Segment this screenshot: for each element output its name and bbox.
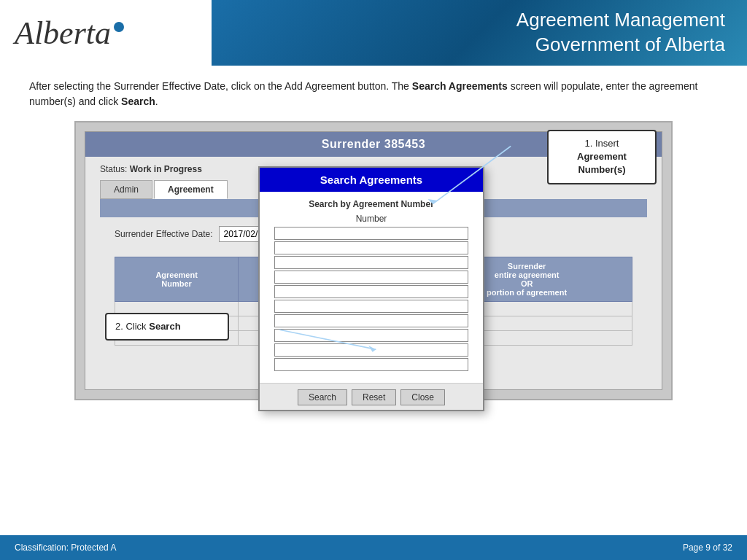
intro-bold2: Search	[121, 96, 155, 107]
form-label-date: Surrender Effective Date:	[115, 229, 213, 239]
status-label: Status:	[100, 164, 127, 174]
footer-classification: Classification: Protected A	[15, 542, 116, 553]
intro-bold1: Search Agreements	[412, 80, 508, 92]
modal-buttons: Search Reset Close	[260, 383, 483, 410]
modal-reset-button[interactable]: Reset	[352, 389, 396, 405]
modal-body: Search by Agreement Number Number	[260, 192, 483, 383]
intro-text-end: .	[155, 96, 158, 107]
tab-agreement[interactable]: Agreement	[154, 180, 228, 199]
status-text: Status: Work in Progress	[100, 164, 202, 174]
col-header-agreement-number: AgreementNumber	[115, 257, 239, 302]
modal-search-button[interactable]: Search	[298, 389, 347, 405]
header-logo: Alberta	[0, 0, 212, 66]
screenshot-area: Surrender 385453 Status: Work in Progres…	[74, 121, 673, 400]
search-agreements-modal: Search Agreements Search by Agreement Nu…	[258, 166, 484, 411]
modal-number-label: Number	[274, 214, 468, 224]
number-input-6[interactable]	[274, 300, 468, 313]
header-title: Agreement Management Government of Alber…	[516, 8, 725, 58]
number-input-8[interactable]	[274, 329, 468, 342]
number-input-7[interactable]	[274, 314, 468, 327]
intro-paragraph: After selecting the Surrender Effective …	[29, 79, 718, 109]
header-title-area: Agreement Management Government of Alber…	[212, 0, 747, 66]
footer-page: Page 9 of 32	[683, 542, 732, 553]
number-input-3[interactable]	[274, 256, 468, 269]
number-input-10[interactable]	[274, 358, 468, 371]
callout1-line1: 1. Insert	[585, 138, 619, 149]
logo-text: Alberta	[15, 15, 124, 52]
number-input-1[interactable]	[274, 227, 468, 240]
number-input-4[interactable]	[274, 271, 468, 284]
header: Alberta Agreement Management Government …	[0, 0, 747, 66]
app-title: Surrender 385453	[322, 138, 425, 150]
callout2-text: 2. Click	[115, 321, 149, 332]
status-value: Work in Progress	[130, 164, 202, 174]
tab-admin[interactable]: Admin	[100, 180, 152, 199]
number-input-5[interactable]	[274, 285, 468, 298]
callout1-bold: AgreementNumber(s)	[577, 151, 627, 175]
footer: Classification: Protected A Page 9 of 32	[0, 535, 747, 560]
modal-title-text: Search Agreements	[320, 174, 422, 186]
modal-section-title: Search by Agreement Number	[274, 199, 468, 209]
header-title-line1: Agreement Management	[516, 9, 725, 31]
modal-close-button[interactable]: Close	[400, 389, 445, 405]
number-input-2[interactable]	[274, 241, 468, 254]
callout-click-search: 2. Click Search	[105, 313, 229, 341]
callout-insert-agreement: 1. Insert AgreementNumber(s)	[547, 130, 657, 184]
number-input-9[interactable]	[274, 343, 468, 357]
header-title-line2: Government of Alberta	[535, 34, 725, 55]
intro-text-before: After selecting the Surrender Effective …	[29, 80, 412, 92]
callout2-bold: Search	[149, 321, 180, 332]
modal-title: Search Agreements	[260, 168, 483, 192]
body-content: After selecting the Surrender Effective …	[0, 66, 747, 408]
modal-number-inputs	[274, 227, 468, 371]
